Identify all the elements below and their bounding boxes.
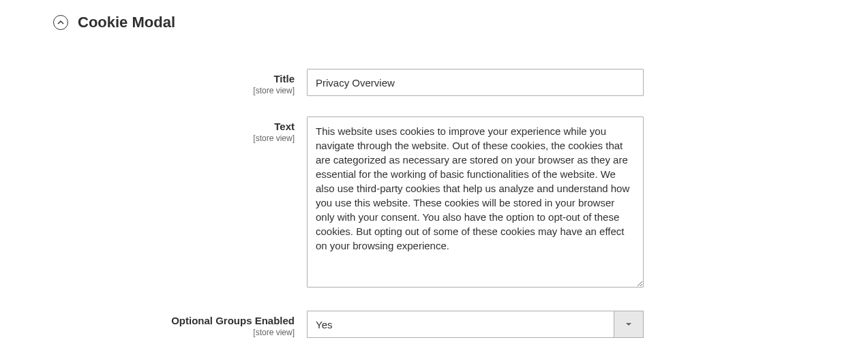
optional-groups-select[interactable]: Yes	[307, 311, 614, 338]
input-col	[307, 69, 644, 96]
select-toggle[interactable]	[614, 311, 644, 338]
title-input[interactable]	[307, 69, 644, 96]
optional-groups-scope: [store view]	[53, 328, 295, 337]
field-row-optional-groups: Optional Groups Enabled [store view] Yes	[0, 311, 868, 338]
field-row-title: Title [store view]	[0, 69, 868, 96]
optional-groups-label: Optional Groups Enabled	[53, 315, 295, 326]
text-textarea[interactable]: This website uses cookies to improve you…	[307, 117, 644, 288]
title-scope: [store view]	[53, 86, 295, 95]
label-col: Optional Groups Enabled [store view]	[53, 311, 307, 337]
chevron-up-icon	[53, 15, 68, 30]
text-scope: [store view]	[53, 134, 295, 143]
label-col: Text [store view]	[53, 117, 307, 143]
input-col: This website uses cookies to improve you…	[307, 117, 644, 290]
input-col: Yes	[307, 311, 644, 338]
title-label: Title	[53, 73, 295, 84]
caret-down-icon	[625, 318, 632, 330]
section-title: Cookie Modal	[78, 14, 175, 31]
label-col: Title [store view]	[53, 69, 307, 95]
section-header[interactable]: Cookie Modal	[0, 14, 868, 31]
field-row-text: Text [store view] This website uses cook…	[0, 117, 868, 290]
text-label: Text	[53, 121, 295, 132]
optional-groups-select-wrapper: Yes	[307, 311, 644, 338]
